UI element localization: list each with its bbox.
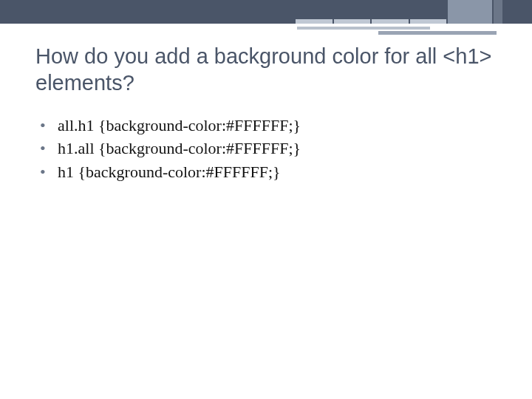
slide-body: How do you add a background color for al…: [0, 24, 532, 183]
slide-top-bar: [0, 0, 532, 24]
list-item: h1.all {background-color:#FFFFFF;}: [58, 137, 497, 160]
answer-options: all.h1 {background-color:#FFFFFF;} h1.al…: [35, 115, 497, 183]
list-item: all.h1 {background-color:#FFFFFF;}: [58, 115, 497, 137]
list-item: h1 {background-color:#FFFFFF;}: [58, 161, 497, 183]
slide-title: How do you add a background color for al…: [35, 43, 497, 97]
top-bar-decoration: [296, 0, 502, 24]
